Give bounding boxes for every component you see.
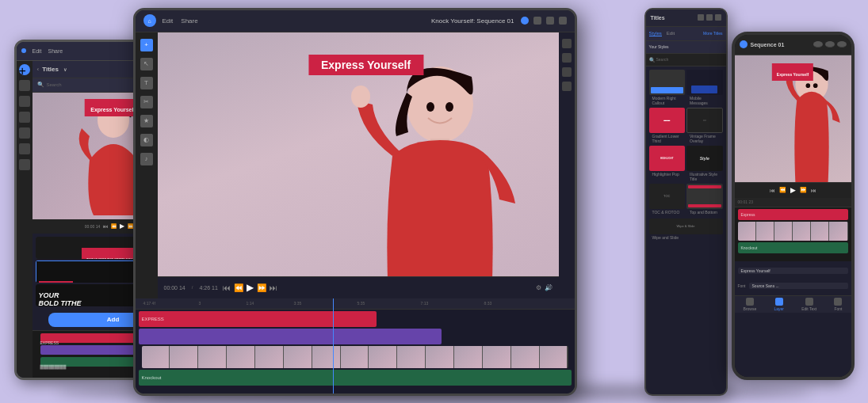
phone-undo-icon[interactable] bbox=[813, 41, 823, 48]
rp-label-6: Illustrative Style Title bbox=[686, 171, 723, 182]
rp-thumb-6[interactable]: Style Illustrative Style Title bbox=[686, 146, 723, 182]
media-icon[interactable] bbox=[19, 96, 30, 107]
main-timeline: 4:17 4f 3 1:14 3:35 5:35 7:13 8:33 EXPRE… bbox=[136, 298, 575, 393]
tl-share[interactable]: Share bbox=[48, 48, 63, 54]
phone-tab-edittext[interactable]: Edit Text bbox=[801, 298, 816, 311]
phone-redo-icon[interactable] bbox=[825, 41, 835, 48]
play-main-btn[interactable]: ▶ bbox=[247, 282, 254, 293]
add-icon[interactable]: + bbox=[19, 64, 30, 75]
lorem-tag: LOREM IPSUM bbox=[39, 281, 73, 283]
rp-tab-edit[interactable]: Edit bbox=[667, 31, 675, 36]
ruler-4: 5:35 bbox=[358, 301, 365, 306]
phone-more-icon[interactable] bbox=[837, 41, 847, 48]
track-middle-main[interactable] bbox=[139, 329, 442, 344]
back-button[interactable]: ‹ bbox=[37, 66, 40, 73]
skip-back-btn[interactable]: ⏮ bbox=[103, 224, 108, 229]
rp-wipe-slide[interactable]: Wipe & Slide Wipe and Slide bbox=[646, 219, 726, 242]
text-tool-icon[interactable]: T bbox=[140, 77, 153, 89]
timeline-playhead[interactable] bbox=[333, 298, 334, 393]
ph-frame-1 bbox=[738, 222, 756, 241]
rp-thumb-7[interactable]: TOC TOC & ROTOO bbox=[649, 184, 686, 215]
color-tool-icon[interactable]: ◐ bbox=[140, 134, 153, 146]
play-btn-left[interactable]: ▶ bbox=[120, 222, 124, 230]
rp-thumb-3[interactable]: ▬▬ Gradient Lower Third bbox=[649, 108, 686, 144]
rp-more-titles[interactable]: More Titles bbox=[703, 31, 722, 36]
svg-point-5 bbox=[445, 102, 453, 112]
rp-label-4: Vintage Frame Overlay bbox=[686, 133, 723, 144]
skip-start-btn[interactable]: ⏮ bbox=[223, 283, 231, 292]
audio-icon[interactable] bbox=[19, 143, 30, 154]
rp-minimize-icon[interactable] bbox=[698, 14, 704, 21]
redo-icon[interactable] bbox=[546, 17, 554, 25]
fullscreen-icon[interactable] bbox=[562, 53, 572, 63]
dropdown-arrow[interactable]: ∨ bbox=[63, 67, 67, 72]
trim-tool-icon[interactable]: ✂ bbox=[140, 96, 153, 108]
phone-track-express[interactable]: Express bbox=[738, 209, 848, 220]
text-icon[interactable] bbox=[19, 112, 30, 123]
tl-edit[interactable]: Edit bbox=[33, 48, 42, 54]
render-icon[interactable] bbox=[562, 82, 572, 91]
phone-skip-back[interactable]: ⏮ bbox=[770, 188, 775, 193]
rp-thumb-2[interactable]: Mobile Messages bbox=[686, 70, 723, 106]
main-home-icon[interactable]: ⌂ bbox=[143, 14, 156, 27]
phone-track-knockout[interactable]: Knockout bbox=[738, 242, 848, 253]
phone-skip-fwd[interactable]: ⏭ bbox=[811, 188, 816, 193]
pp-source-value[interactable]: Source Sans ... bbox=[749, 283, 848, 289]
rp-close-icon[interactable] bbox=[715, 14, 721, 21]
step-back-btn[interactable]: ⏪ bbox=[111, 223, 117, 229]
main-edit[interactable]: Edit bbox=[163, 17, 174, 25]
phone-tab-font[interactable]: Font bbox=[834, 298, 842, 311]
rp-thumb-4[interactable]: ▭ Vintage Frame Overlay bbox=[686, 108, 723, 144]
main-share[interactable]: Share bbox=[181, 17, 197, 25]
audio-tool-icon[interactable]: ♪ bbox=[140, 153, 153, 165]
ruler-5: 7:13 bbox=[421, 301, 429, 306]
rp-search[interactable]: 🔍 Search bbox=[646, 54, 726, 67]
track-audio-main[interactable]: Knockout bbox=[139, 370, 572, 386]
pp-layer-value[interactable]: Express Yourself bbox=[738, 268, 848, 274]
settings-icon[interactable] bbox=[19, 159, 30, 170]
highlighter-preview: HIGHLIGHT bbox=[660, 157, 674, 160]
track-audio-waveform: ▓▓▓▓▓▓▓▓▓ bbox=[40, 364, 67, 369]
effects-tool-icon[interactable]: ★ bbox=[140, 115, 153, 127]
phone-timeline: 00:01 23 Express Knockout bbox=[735, 198, 851, 261]
track-express-main[interactable]: EXPRESS bbox=[139, 311, 377, 327]
step-back-main-btn[interactable]: ⏪ bbox=[234, 283, 243, 292]
film-frame-7 bbox=[312, 346, 341, 368]
pp-source-row: Font Source Sans ... bbox=[738, 279, 848, 292]
chat-icon[interactable] bbox=[559, 17, 567, 25]
rp-label-2: Mobile Messages bbox=[686, 95, 723, 106]
film-frame-14 bbox=[511, 346, 540, 368]
phone-home-icon[interactable] bbox=[740, 40, 748, 48]
zoom-fit-icon[interactable] bbox=[562, 39, 572, 48]
timecode-left: 00:00 14 bbox=[85, 224, 100, 229]
phone-step-back[interactable]: ⏪ bbox=[779, 187, 786, 193]
rp-thumb-1[interactable]: Modern Right Callout bbox=[649, 70, 686, 106]
add-tool-icon[interactable]: + bbox=[140, 39, 153, 51]
home-sidebar-icon[interactable] bbox=[19, 80, 30, 91]
effects-icon[interactable] bbox=[19, 127, 30, 139]
cursor-tool-icon[interactable]: ↖ bbox=[140, 58, 153, 70]
phone-tab-layer[interactable]: Layer bbox=[774, 298, 784, 311]
skip-end-btn[interactable]: ⏭ bbox=[270, 283, 277, 292]
rp-thumb-5[interactable]: HIGHLIGHT Highlighter Pop bbox=[649, 146, 686, 182]
undo-icon[interactable] bbox=[533, 17, 541, 25]
rp-tab-styles[interactable]: Styles bbox=[649, 31, 662, 36]
phone-person-figure bbox=[780, 63, 843, 182]
phone-right: Sequence 01 bbox=[732, 32, 855, 380]
rp-thumb-8[interactable]: Top and Bottom bbox=[686, 184, 723, 215]
phone-tab-browse[interactable]: Browse bbox=[744, 298, 757, 311]
step-fwd-main-btn[interactable]: ⏩ bbox=[257, 283, 266, 292]
phone-play-btn[interactable]: ▶ bbox=[790, 186, 796, 194]
film-frame-3 bbox=[198, 346, 227, 368]
settings-ctrl-icon[interactable]: ⚙ bbox=[536, 284, 541, 291]
phone-step-fwd[interactable]: ⏩ bbox=[800, 187, 807, 193]
svg-point-3 bbox=[351, 86, 370, 108]
your-styles-row: Your Styles bbox=[646, 41, 726, 54]
volume-icon[interactable]: 🔊 bbox=[545, 284, 553, 291]
font-icon bbox=[834, 298, 842, 306]
ph-frame-5 bbox=[811, 222, 829, 241]
ph-frame-3 bbox=[774, 222, 793, 241]
modern-right-preview bbox=[651, 87, 684, 93]
split-view-icon[interactable] bbox=[562, 67, 572, 77]
rp-expand-icon[interactable] bbox=[706, 14, 713, 21]
